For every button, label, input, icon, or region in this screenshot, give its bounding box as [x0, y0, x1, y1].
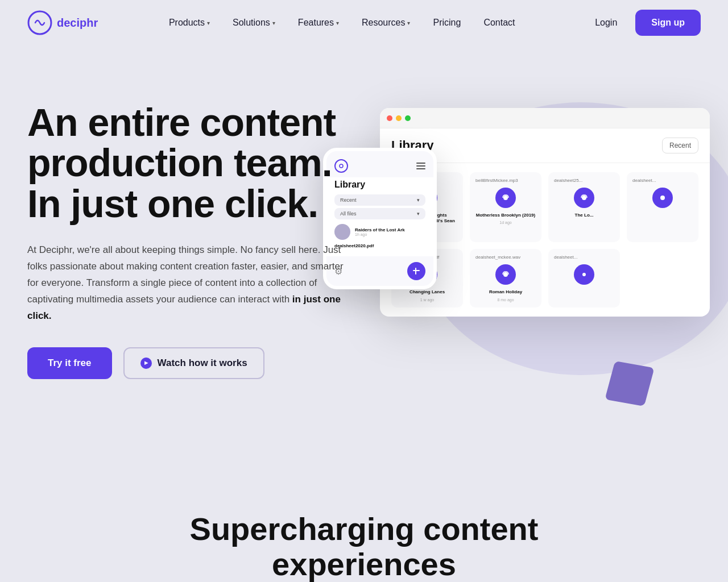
- mockup-recent-btn[interactable]: Recent: [662, 138, 698, 153]
- audio-icon: [652, 188, 673, 208]
- mockup-card-title: Changing Lanes: [397, 289, 457, 295]
- nav-item-solutions[interactable]: Solutions ▾: [224, 13, 284, 32]
- nav-item-contact[interactable]: Contact: [474, 13, 524, 32]
- logo-text: deciphr: [57, 16, 98, 30]
- mockup-card-filename: be8BfirstMickee.mp3: [475, 178, 536, 183]
- titlebar-close: [387, 115, 392, 121]
- nav-links: Products ▾ Solutions ▾ Features ▾ Resour…: [160, 13, 524, 32]
- signup-button[interactable]: Sign up: [635, 10, 701, 36]
- navbar: deciphr Products ▾ Solutions ▾ Features …: [0, 0, 728, 45]
- bottom-title: Supercharging content experiences for te…: [136, 512, 592, 582]
- chevron-down-icon: ▾: [336, 20, 339, 26]
- mockup-card: dealsheet...: [627, 172, 698, 242]
- audio-icon: [495, 264, 516, 285]
- svg-point-7: [582, 273, 586, 276]
- svg-point-3: [582, 196, 586, 200]
- mobile-menu-icon[interactable]: [416, 163, 425, 169]
- decorative-cube: [610, 364, 655, 409]
- mockup-card: dealsheet25... The Lo...: [548, 172, 620, 242]
- play-icon: ▶: [140, 357, 152, 369]
- watch-demo-button[interactable]: ▶ Watch how it works: [123, 347, 264, 379]
- hero-description: At Deciphr, we're all about keeping thin…: [27, 242, 346, 324]
- mockup-card: dealsheet_mckee.wav Roman Holiday 8 mo a…: [470, 249, 541, 307]
- svg-point-4: [660, 196, 665, 200]
- mockup-card-title: Motherless Brooklyn (2019): [475, 213, 536, 218]
- bottom-section: Supercharging content experiences for te…: [0, 477, 728, 582]
- login-button[interactable]: Login: [586, 13, 626, 32]
- hero-buttons: Try it free ▶ Watch how it works: [27, 347, 369, 379]
- mobile-add-button[interactable]: [407, 262, 425, 280]
- mockup-card-filename: dealsheet25...: [554, 178, 614, 183]
- nav-item-features[interactable]: Features ▾: [289, 13, 348, 32]
- nav-item-resources[interactable]: Resources ▾: [353, 13, 419, 32]
- mockup-card-time: 8 mo ago: [475, 298, 536, 302]
- audio-icon: [574, 188, 594, 208]
- hero-title: An entire content production team. In ju…: [27, 102, 369, 224]
- mockup-card-filename: dealsheet...: [554, 255, 614, 260]
- mockup-titlebar: [380, 108, 710, 128]
- mockup-card-time: 1 w ago: [397, 298, 457, 302]
- titlebar-maximize: [405, 115, 411, 121]
- chevron-down-icon: ▾: [272, 20, 275, 26]
- nav-item-pricing[interactable]: Pricing: [424, 13, 470, 32]
- mockup-card-filename: dealsheet...: [632, 178, 693, 183]
- hero-illustration: Library Recent MichaelPodS22.pdf Live Te…: [334, 80, 701, 477]
- chevron-down-icon: ▾: [407, 20, 410, 26]
- mockup-card: be8BfirstMickee.mp3 Motherless Brooklyn …: [470, 172, 541, 242]
- chevron-down-icon: ▾: [207, 20, 210, 26]
- nav-right: Login Sign up: [586, 10, 701, 36]
- audio-icon: [495, 188, 516, 208]
- mockup-card: dealsheet...: [548, 249, 620, 307]
- hero-content: An entire content production team. In ju…: [27, 80, 369, 379]
- mockup-card-title: Roman Holiday: [475, 289, 536, 295]
- svg-point-2: [503, 196, 508, 200]
- titlebar-minimize: [396, 115, 402, 121]
- try-free-button[interactable]: Try it free: [27, 347, 112, 379]
- logo[interactable]: deciphr: [27, 10, 98, 35]
- audio-icon: [574, 264, 594, 285]
- hero-section: An entire content production team. In ju…: [0, 45, 728, 477]
- mockup-card-title: The Lo...: [554, 213, 614, 218]
- svg-point-6: [503, 272, 508, 277]
- mockup-card-filename: dealsheet_mckee.wav: [475, 255, 536, 260]
- mockup-card-time: 1d ago: [475, 221, 536, 225]
- nav-item-products[interactable]: Products ▾: [160, 13, 219, 32]
